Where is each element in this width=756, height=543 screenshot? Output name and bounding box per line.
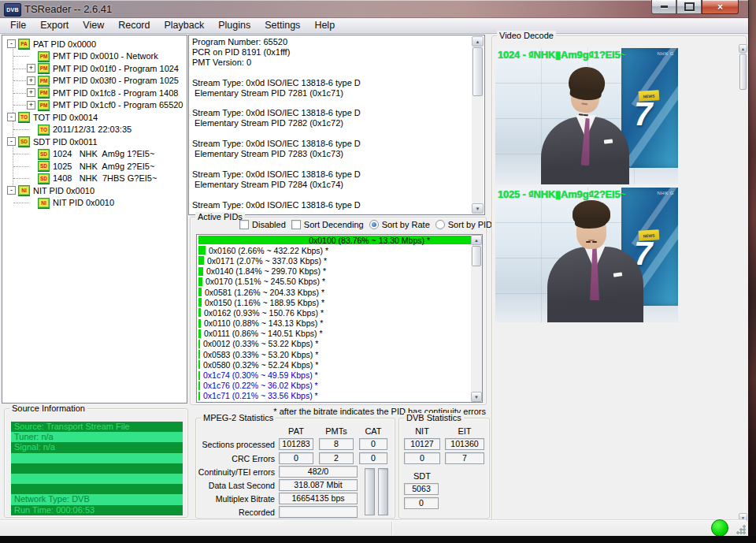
tree-item-sdt-1025[interactable]: SD1025 NHK Am9g 2?EI5~ [2,160,187,173]
menu-export[interactable]: Export [33,18,76,33]
pid-row[interactable]: 0x0580 (0.32% ~ 52.24 Kbps) * [197,359,482,370]
scrollbar-thumb[interactable] [472,47,483,96]
pid-row[interactable]: 0x1c74 (0.30% ~ 49.59 Kbps) * [197,370,482,380]
pid-label: 0x0111 (0.86% ~ 140.51 Kbps) * [204,329,323,338]
network-type-row: Network Type: DVB [11,494,183,504]
menu-settings[interactable]: Settings [258,18,307,33]
pid-row[interactable]: 0x0581 (1.26% ~ 204.33 Kbps) * [197,287,482,297]
minimize-icon [661,6,668,8]
active-pids-list[interactable]: 0x0100 (83.76% ~ 13.30 Mbps) * 0x0160 (2… [196,234,483,403]
tree-item-label: SDT PID 0x0011 [33,137,98,147]
tree-item-tot[interactable]: -TOTOT PID 0x0014 [2,111,187,124]
checkbox-icon[interactable] [239,220,249,229]
resize-grip[interactable] [736,524,746,534]
menu-plugins[interactable]: Plugins [211,18,258,33]
tree-expander-icon[interactable]: + [27,76,35,85]
pid-row[interactable]: 0x0012 (0.33% ~ 53.22 Kbps) * [197,339,482,349]
video-decode-group: Video Decode NHK G NEWS 7 [491,35,747,525]
pid-label: 0x1c71 (0.21% ~ 33.56 Kbps) * [203,391,318,400]
scroll-up-icon[interactable]: ▲ [471,235,482,245]
maximize-button[interactable] [676,0,702,14]
tree-item-tot-time[interactable]: TO2011/12/31 22:03:35 [2,124,187,136]
program-info-panel[interactable]: Program Number: 65520 PCR on PID 8191 (0… [188,35,485,215]
sort-by-pid-radio[interactable]: Sort by PID [435,220,492,229]
tree-item-pmt-1025[interactable]: +PMPMT PID 0x03f0 - Program 1025 [2,75,187,87]
menu-record[interactable]: Record [111,18,157,33]
tree-item-pmt-65520[interactable]: +PMPMT PID 0x1cf0 - Program 65520 [2,99,187,112]
eit-column-header: EIT [445,426,484,436]
tree-expander-icon[interactable]: - [7,113,16,121]
minimize-button[interactable] [651,0,676,14]
tree-item-pmt-1024[interactable]: +PMPMT PID 0x01f0 - Program 1024 [2,62,187,75]
continuity-tei-label: Continuity/TEI errors [196,467,275,477]
tree-item-sdt[interactable]: -SDSDT PID 0x0011 [2,136,187,148]
pid-row[interactable]: 0x0111 (0.86% ~ 140.51 Kbps) * [197,329,482,339]
sdt-table-icon: SD [38,173,50,184]
pid-row[interactable]: 0x0140 (1.84% ~ 299.70 Kbps) * [197,266,482,277]
run-time-row: Run Time: 000:06:53 [11,505,183,515]
pid-label: 0x0162 (0.93% ~ 150.76 Kbps) * [204,308,324,318]
title-bar[interactable]: DVB TSReader -- 2.6.41 × [0,0,748,18]
tree-item-label: PMT PID 0x1cf0 - Program 65520 [53,100,183,110]
crc-pmts-value: 2 [319,452,354,464]
scrollbar-thumb[interactable] [739,54,747,90]
radio-icon[interactable] [369,220,379,229]
pid-row[interactable]: 0x1c76 (0.22% ~ 36.02 Kbps) * [197,381,482,391]
radio-icon[interactable] [435,220,445,229]
menu-view[interactable]: View [76,18,111,33]
tree-item-sdt-1024[interactable]: SD1024 NHK Am9g 1?EI5~ [2,148,187,161]
tree-expander-icon[interactable]: + [27,101,35,110]
video-decode-scrollbar[interactable]: ▲ ▼ [739,44,747,522]
menu-file[interactable]: File [3,18,33,33]
pat-table-icon: PA [18,39,30,49]
tree-item-pmt-network[interactable]: PMPMT PID 0x0010 - Network [2,50,187,63]
pid-row[interactable]: 0x1c71 (0.21% ~ 33.56 Kbps) * [197,391,482,401]
pid-row[interactable]: 0x0100 (83.76% ~ 13.30 Mbps) * [197,235,482,245]
scroll-down-icon[interactable]: ▼ [471,392,482,402]
window-controls: × [651,0,739,14]
pid-label: 0x0170 (1.51% ~ 245.50 Kbps) * [206,277,325,286]
pid-tree-panel[interactable]: -PAPAT PID 0x0000 PMPMT PID 0x0010 - Net… [2,35,187,404]
empty-row [11,463,183,474]
tree-item-nit-child[interactable]: NINIT PID 0x0010 [2,197,187,210]
tree-expander-icon[interactable]: - [7,137,16,146]
scroll-up-icon[interactable]: ▲ [472,36,484,46]
dvb-statistics-caption: DVB Statistics [404,413,464,422]
menu-playback[interactable]: Playback [157,18,211,33]
scroll-down-icon[interactable]: ▼ [472,203,484,214]
sort-descending-checkbox[interactable]: Sort Decending [291,220,364,229]
tree-item-nit[interactable]: -NINIT PID 0x0010 [2,184,187,197]
program-scrollbar[interactable]: ▲ ▼ [472,36,484,214]
pid-row[interactable]: 0x0162 (0.93% ~ 150.76 Kbps) * [197,307,482,318]
sort-by-rate-radio[interactable]: Sort by Rate [369,220,430,229]
tree-item-label: PAT PID 0x0000 [33,39,96,49]
pid-row[interactable]: 0x0583 (0.33% ~ 53.20 Kbps) * [197,349,482,359]
tree-item-pmt-1408[interactable]: +PMPMT PID 0x1fc8 - Program 1408 [2,87,187,99]
sections-processed-label: Sections processed [196,440,275,449]
pid-row[interactable]: 0x0110 (0.88% ~ 143.13 Kbps) * [197,318,482,329]
tree-expander-icon[interactable]: - [7,186,16,195]
pid-label: 0x0583 (0.33% ~ 53.20 Kbps) * [203,350,318,359]
video-overlay-label: 1024 - ₫NHK▮Am9g₫1?EI5~ [498,49,626,61]
scroll-up-icon[interactable]: ▲ [739,44,747,53]
tree-expander-icon[interactable]: - [7,39,16,48]
tree-item-pat[interactable]: -PAPAT PID 0x0000 [2,38,187,50]
menu-help[interactable]: Help [307,18,342,33]
pid-row[interactable]: 0x0150 (1.16% ~ 188.95 Kbps) * [197,297,482,307]
disabled-checkbox[interactable]: Disabled [239,220,286,229]
tree-expander-icon[interactable]: + [27,64,35,73]
pmt-table-icon: PM [38,76,50,86]
pid-list-scrollbar[interactable]: ▲ ▼ [471,235,482,402]
bitrate-bar [198,288,202,296]
tree-expander-icon[interactable]: + [27,88,35,97]
checkbox-icon[interactable] [291,220,301,229]
scrollbar-thumb[interactable] [472,246,481,266]
tree-item-sdt-1408[interactable]: SD1408 NHK 7HBS G?EI5~ [2,173,187,185]
pid-row[interactable]: 0x0170 (1.51% ~ 245.50 Kbps) * [197,277,482,287]
close-button[interactable]: × [702,0,739,14]
pid-tree: -PAPAT PID 0x0000 PMPMT PID 0x0010 - Net… [2,38,187,209]
source-information-group: Source Information Source: Transport Str… [4,408,188,518]
pid-row[interactable]: 0x0171 (2.07% ~ 337.03 Kbps) * [197,255,482,266]
tree-item-label: 1408 NHK 7HBS G?EI5~ [53,173,157,183]
pid-row[interactable]: 0x0160 (2.66% ~ 432.22 Kbps) * [197,245,482,255]
